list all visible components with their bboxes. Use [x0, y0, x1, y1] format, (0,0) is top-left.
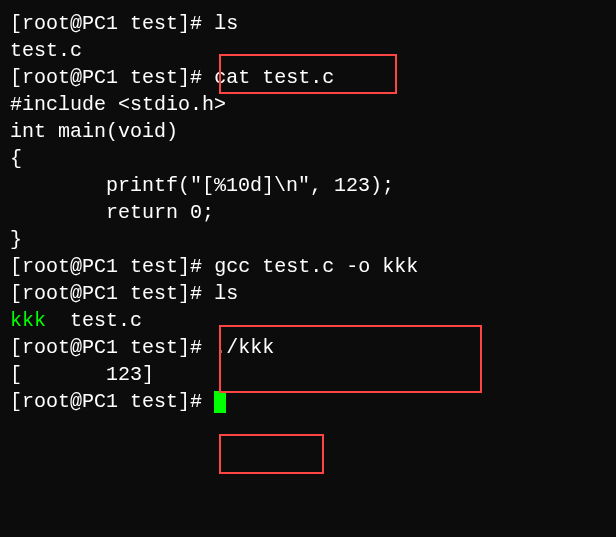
- directory: test: [130, 336, 178, 359]
- host: PC1: [82, 282, 118, 305]
- host: PC1: [82, 390, 118, 413]
- user: root: [22, 282, 70, 305]
- src-brace-open: {: [10, 147, 22, 170]
- cursor-icon: [214, 391, 226, 413]
- bracket-close: ]#: [178, 12, 202, 35]
- host: PC1: [82, 255, 118, 278]
- prompt-line-3[interactable]: [root@PC1 test]# gcc test.c -o kkk: [10, 253, 606, 280]
- directory: test: [130, 390, 178, 413]
- at-sign: @: [70, 255, 82, 278]
- bracket-open: [: [10, 66, 22, 89]
- bracket-open: [: [10, 336, 22, 359]
- bracket-open: [: [10, 390, 22, 413]
- file-output2: test.c: [46, 309, 142, 332]
- src-main: int main(void): [10, 120, 178, 143]
- at-sign: @: [70, 336, 82, 359]
- host: PC1: [82, 12, 118, 35]
- user: root: [22, 12, 70, 35]
- bracket-close: ]#: [178, 255, 202, 278]
- source-line-1: #include <stdio.h>: [10, 91, 606, 118]
- src-printf: printf("[%10d]\n", 123);: [10, 174, 394, 197]
- source-line-3: int main(void): [10, 118, 606, 145]
- executable-file: kkk: [10, 309, 46, 332]
- src-return: return 0;: [10, 201, 214, 224]
- output-line-3: [ 123]: [10, 361, 606, 388]
- command-ls: ls: [214, 12, 238, 35]
- command-gcc: gcc test.c -o kkk: [214, 255, 418, 278]
- directory: test: [130, 255, 178, 278]
- bracket-close: ]#: [178, 66, 202, 89]
- source-line-4: {: [10, 145, 606, 172]
- output-line-2: kkk test.c: [10, 307, 606, 334]
- at-sign: @: [70, 390, 82, 413]
- bracket-open: [: [10, 282, 22, 305]
- user: root: [22, 66, 70, 89]
- host: PC1: [82, 336, 118, 359]
- bracket-close: ]#: [178, 336, 202, 359]
- directory: test: [130, 66, 178, 89]
- prompt-line-4[interactable]: [root@PC1 test]# ls: [10, 280, 606, 307]
- output-line-1: test.c: [10, 37, 606, 64]
- file-output: test.c: [10, 39, 82, 62]
- bracket-close: ]#: [178, 282, 202, 305]
- source-line-5: printf("[%10d]\n", 123);: [10, 172, 606, 199]
- bracket-close: ]#: [178, 390, 202, 413]
- directory: test: [130, 12, 178, 35]
- user: root: [22, 390, 70, 413]
- prompt-line-1[interactable]: [root@PC1 test]# ls: [10, 10, 606, 37]
- command-cat: cat test.c: [214, 66, 334, 89]
- at-sign: @: [70, 282, 82, 305]
- prompt-line-5[interactable]: [root@PC1 test]# ./kkk: [10, 334, 606, 361]
- command-run: ./kkk: [214, 336, 274, 359]
- highlight-box-run: [219, 434, 324, 474]
- source-line-8: }: [10, 226, 606, 253]
- prompt-line-6[interactable]: [root@PC1 test]#: [10, 388, 606, 415]
- bracket-open: [: [10, 12, 22, 35]
- src-brace-close: }: [10, 228, 22, 251]
- at-sign: @: [70, 12, 82, 35]
- at-sign: @: [70, 66, 82, 89]
- program-output: [ 123]: [10, 363, 154, 386]
- bracket-open: [: [10, 255, 22, 278]
- command-ls2: ls: [214, 282, 238, 305]
- directory: test: [130, 282, 178, 305]
- host: PC1: [82, 66, 118, 89]
- src-include: #include <stdio.h>: [10, 93, 226, 116]
- source-line-7: return 0;: [10, 199, 606, 226]
- prompt-line-2[interactable]: [root@PC1 test]# cat test.c: [10, 64, 606, 91]
- user: root: [22, 255, 70, 278]
- user: root: [22, 336, 70, 359]
